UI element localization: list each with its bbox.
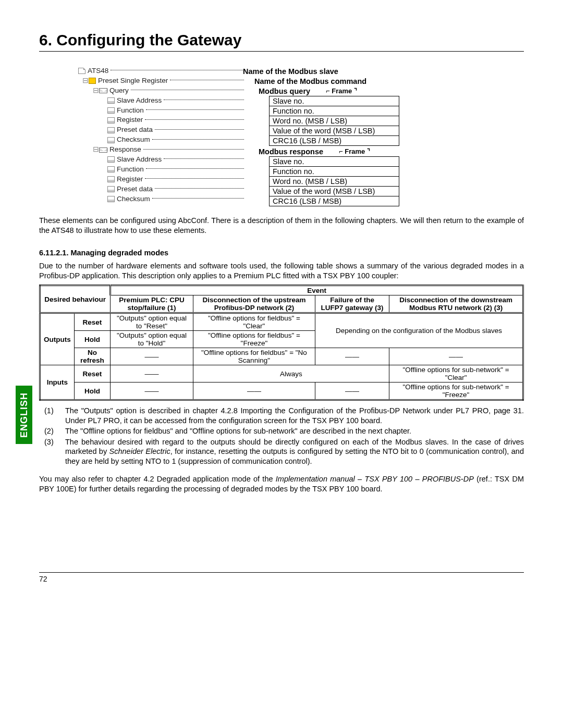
degraded-modes-table: Desired behaviour Event Premium PLC: CPU… xyxy=(39,285,524,401)
row-o-hold: Hold xyxy=(74,331,110,348)
map-query-hdr: Modbus query xyxy=(259,87,310,95)
subheading: 6.11.2.1. Managing degraded modes xyxy=(39,249,524,257)
cell: "Offline options for fieldbus" = "No Sca… xyxy=(193,348,315,365)
tree-q-reg: Register xyxy=(117,115,143,125)
row-i-reset: Reset xyxy=(74,365,110,382)
q-row2: Function no. xyxy=(270,106,399,116)
prop-icon xyxy=(107,97,115,104)
prop-icon xyxy=(107,156,115,163)
hdr-c1: Premium PLC: CPU stop/failure (1) xyxy=(111,295,193,313)
note-1: The "Outputs" option is described in cha… xyxy=(65,406,524,425)
r-row2: Function no. xyxy=(270,167,399,177)
tree-r-chk: Checksum xyxy=(117,194,150,204)
hdr-desired: Desired behaviour xyxy=(40,286,111,313)
cell: "Offline options for fieldbus" = "Freeze… xyxy=(193,331,315,348)
prop-icon xyxy=(107,176,115,182)
q-row3: Word no. (MSB / LSB) xyxy=(270,116,399,126)
query-frame-table: Slave no. Function no. Word no. (MSB / L… xyxy=(269,96,399,146)
response-frame-table: Slave no. Function no. Word no. (MSB / L… xyxy=(269,156,399,206)
prop-icon xyxy=(107,127,115,133)
tree-mapping-diagram: ATS48 ⊟Preset Single Register ⊟Query Sla… xyxy=(78,66,524,206)
prop-icon xyxy=(107,166,115,172)
tree-q-slave: Slave Address xyxy=(117,96,162,106)
map-resp-hdr: Modbus response xyxy=(259,147,323,156)
tree-q-chk: Checksum xyxy=(117,135,150,145)
cell: "Outputs" option equal to "Hold" xyxy=(111,331,193,348)
r-row3: Word no. (MSB / LSB) xyxy=(270,177,399,187)
tree-q-func: Function xyxy=(117,106,144,116)
r-row1: Slave no. xyxy=(270,157,399,167)
tree-root: ATS48 xyxy=(88,66,108,76)
cell-dash: —— xyxy=(111,382,193,400)
prop-icon xyxy=(107,196,115,202)
page-footer: 72 xyxy=(39,572,524,583)
cell-dash: —— xyxy=(111,348,193,365)
prop-icon xyxy=(107,107,115,114)
reference-paragraph: You may also refer to chapter 4.2 Degrad… xyxy=(39,474,524,493)
note-num: (2) xyxy=(44,426,58,436)
r-row5: CRC16 (LSB / MSB) xyxy=(270,196,399,206)
envelope-icon xyxy=(99,88,107,93)
chapter-title: 6. Configuring the Gateway xyxy=(39,31,524,52)
hdr-c4: Disconnection of the downstream Modbus R… xyxy=(389,295,523,313)
envelope-icon xyxy=(99,147,107,153)
cell: Always xyxy=(193,365,389,382)
page-number: 72 xyxy=(39,575,47,583)
cell: "Outputs" option equal to "Reset" xyxy=(111,313,193,331)
row-o-reset: Reset xyxy=(74,313,110,331)
cell: "Offline options for sub-network" = "Fre… xyxy=(389,382,523,400)
map-slave-name: Name of the Modbus slave xyxy=(243,67,338,76)
note-3: The behaviour desired with regard to the… xyxy=(65,437,524,466)
prop-icon xyxy=(107,186,115,192)
hdr-event: Event xyxy=(111,286,523,295)
frame-corner: ⌐ Frame ⌝ xyxy=(326,87,357,95)
tree-query: Query xyxy=(109,86,129,96)
tree-q-preset: Preset data xyxy=(117,125,153,135)
note-num: (3) xyxy=(44,437,58,466)
cell: "Offline options for sub-network" = "Cle… xyxy=(389,365,523,382)
row-i-hold: Hold xyxy=(74,382,110,400)
doc-icon xyxy=(78,68,85,74)
map-cmd-name: Name of the Modbus command xyxy=(254,77,366,85)
q-row5: CRC16 (LSB / MSB) xyxy=(270,136,399,146)
paragraph-2: Due to the number of hardware elements a… xyxy=(39,261,524,280)
hdr-c3: Failure of the LUFP7 gateway (3) xyxy=(315,295,389,313)
q-row1: Slave no. xyxy=(270,96,399,106)
tree-cmd: Preset Single Register xyxy=(98,76,168,86)
cell-dash: —— xyxy=(193,382,315,400)
cell-dash: —— xyxy=(389,348,523,365)
footnotes: (1)The "Outputs" option is described in … xyxy=(39,406,524,466)
prop-icon xyxy=(107,137,115,143)
note-num: (1) xyxy=(44,406,58,425)
paragraph-1: These elements can be configured using A… xyxy=(39,216,524,235)
folder-icon xyxy=(89,78,96,84)
cell-dash: —— xyxy=(315,348,389,365)
tree-r-preset: Preset data xyxy=(117,184,153,194)
tree-r-reg: Register xyxy=(117,175,143,184)
row-inputs: Inputs xyxy=(40,365,75,400)
cell-depends: Depending on the configuration of the Mo… xyxy=(315,313,523,348)
row-outputs: Outputs xyxy=(40,313,75,365)
language-tab: ENGLISH xyxy=(16,386,32,444)
mapping-labels: Name of the Modbus slave Name of the Mod… xyxy=(243,66,405,206)
hdr-c2: Disconnection of the upstream Profibus-D… xyxy=(193,295,315,313)
prop-icon xyxy=(107,117,115,124)
cell-dash: —— xyxy=(315,382,389,400)
cell-dash: —— xyxy=(111,365,193,382)
tree-r-func: Function xyxy=(117,165,144,175)
config-tree: ATS48 ⊟Preset Single Register ⊟Query Sla… xyxy=(78,66,245,204)
note-2: The "Offline options for fieldbus" and "… xyxy=(65,426,524,436)
r-row4: Value of the word (MSB / LSB) xyxy=(270,187,399,196)
tree-r-slave: Slave Address xyxy=(117,155,162,165)
tree-response: Response xyxy=(109,145,141,155)
cell: "Offline options for fieldbus" = "Clear" xyxy=(193,313,315,331)
row-o-norefresh: No refresh xyxy=(74,348,110,365)
q-row4: Value of the word (MSB / LSB) xyxy=(270,126,399,136)
frame-corner: ⌐ Frame ⌝ xyxy=(339,147,370,155)
